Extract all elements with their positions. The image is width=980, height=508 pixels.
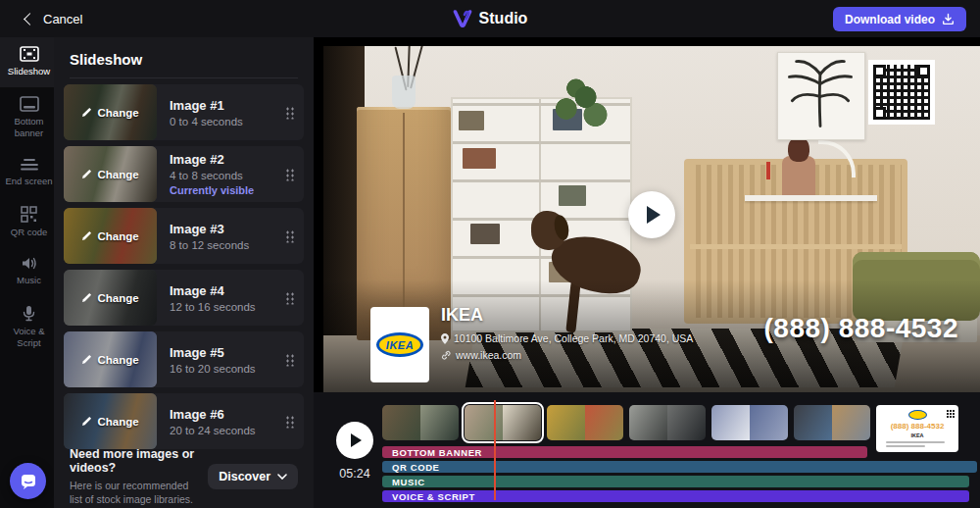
change-button[interactable]: Change — [64, 270, 157, 326]
slide-title: Image #1 — [170, 98, 243, 113]
track-music[interactable]: MUSIC — [382, 476, 969, 487]
link-icon — [441, 350, 451, 360]
list-item-image-4[interactable]: Change Image #4 12 to 16 seconds — [64, 270, 304, 326]
cancel-label: Cancel — [43, 12, 82, 26]
timeline-segment-4[interactable] — [629, 405, 706, 440]
drag-handle[interactable] — [285, 291, 294, 304]
drag-handle[interactable] — [285, 106, 294, 119]
pencil-icon — [81, 354, 92, 365]
slide-time: 20 to 24 seconds — [170, 425, 256, 436]
film-icon — [20, 46, 39, 62]
list-item-image-1[interactable]: Change Image #1 0 to 4 seconds — [64, 84, 304, 140]
banner-address-line: 10100 Baltimore Ave, College Park, MD 20… — [441, 332, 693, 344]
play-button[interactable] — [628, 191, 675, 238]
banner-icon — [20, 96, 39, 112]
panel-footer: Need more images or videos? Here is our … — [70, 447, 298, 506]
slide-thumbnail[interactable]: Change — [64, 146, 157, 202]
palm-leaf-icon — [778, 53, 862, 137]
timeline: 05:24 (888) 888-4532 IKEA BOTTOM BANNER … — [314, 392, 980, 508]
slide-thumbnail[interactable]: Change — [64, 84, 157, 140]
slide-title: Image #5 — [170, 345, 256, 360]
track-bottom-banner[interactable]: BOTTOM BANNER — [382, 446, 867, 458]
studio-logo-icon — [453, 10, 472, 27]
footer-heading: Need more images or videos? — [70, 447, 200, 475]
ikea-logo: IKEA — [376, 332, 423, 357]
change-button[interactable]: Change — [64, 84, 157, 140]
change-button[interactable]: Change — [64, 208, 157, 264]
download-video-label: Download video — [845, 13, 935, 26]
track-voice-script[interactable]: VOICE & SCRIPT — [382, 490, 969, 502]
preview-video[interactable]: IKEA IKEA 10100 Baltimore Ave, College P… — [323, 46, 980, 392]
vase — [392, 76, 416, 109]
sidebar-label: Bottom banner — [2, 116, 56, 139]
sidebar-item-end-screen[interactable]: End screen — [0, 149, 58, 197]
sidebar-item-qr-code[interactable]: QR code — [0, 197, 58, 248]
brand-logo-card: IKEA — [370, 307, 429, 382]
timeline-segment-1[interactable] — [382, 405, 459, 440]
endcard-brand: IKEA — [876, 432, 958, 438]
slide-title: Image #4 — [170, 283, 256, 298]
slide-time: 12 to 16 seconds — [170, 301, 256, 313]
pencil-icon — [81, 107, 92, 118]
panel-title: Slideshow — [70, 51, 314, 68]
list-item-image-3[interactable]: Change Image #3 8 to 12 seconds — [64, 208, 304, 264]
person — [782, 156, 815, 195]
slide-thumbnail[interactable]: Change — [64, 208, 157, 264]
sidebar-item-music[interactable]: Music — [0, 247, 58, 296]
track-qr-code[interactable]: QR CODE — [382, 461, 977, 473]
qr-mini-icon — [946, 409, 955, 418]
speaker-icon — [21, 256, 38, 271]
footer-subtext: Here is our recommended list of stock im… — [70, 479, 200, 506]
slide-time: 4 to 8 seconds — [170, 170, 254, 181]
timeline-segment-5[interactable] — [711, 405, 788, 440]
timeline-end-screen-card[interactable]: (888) 888-4532 IKEA — [876, 405, 958, 452]
palm-art-frame — [777, 52, 865, 140]
banner-brand-name: IKEA — [441, 305, 483, 326]
sidebar-item-voice-script[interactable]: Voice & Script — [0, 296, 58, 359]
change-button[interactable]: Change — [64, 331, 157, 387]
plant — [547, 74, 612, 132]
discover-button[interactable]: Discover — [208, 464, 298, 489]
sidebar-item-slideshow[interactable]: Slideshow — [0, 37, 58, 87]
timeline-segment-3[interactable] — [547, 405, 623, 440]
pencil-icon — [81, 230, 92, 241]
sidebar-label: End screen — [5, 176, 52, 187]
change-button[interactable]: Change — [64, 393, 157, 449]
currently-visible-badge: Currently visible — [170, 184, 254, 196]
timeline-play-button[interactable] — [336, 422, 373, 459]
drag-handle[interactable] — [285, 229, 294, 242]
pencil-icon — [81, 416, 92, 427]
slide-list: Change Image #1 0 to 4 seconds Change — [64, 84, 304, 455]
slide-time: 16 to 20 seconds — [170, 363, 256, 375]
drag-handle[interactable] — [285, 353, 294, 366]
slide-title: Image #6 — [170, 407, 256, 422]
drag-handle[interactable] — [285, 415, 294, 428]
chat-fab-button[interactable] — [10, 463, 46, 499]
timeline-segment-6[interactable] — [794, 405, 870, 440]
slide-thumbnail[interactable]: Change — [64, 393, 157, 449]
change-button[interactable]: Change — [64, 146, 157, 202]
drag-handle[interactable] — [285, 168, 294, 180]
slide-thumbnail[interactable]: Change — [64, 331, 157, 387]
track-label: VOICE & SCRIPT — [392, 491, 475, 502]
app-name: Studio — [479, 10, 528, 27]
timeline-timestamp: 05:24 — [327, 467, 382, 481]
timeline-thumbnail-strip: (888) 888-4532 IKEA — [382, 405, 958, 452]
list-item-image-6[interactable]: Change Image #6 20 to 24 seconds — [64, 393, 304, 449]
list-item-image-2[interactable]: Change Image #2 4 to 8 seconds Currently… — [64, 146, 304, 202]
play-icon — [647, 206, 661, 224]
list-item-image-5[interactable]: Change Image #5 16 to 20 seconds — [64, 331, 304, 387]
cancel-button[interactable]: Cancel — [25, 0, 82, 37]
sidebar-label: Voice & Script — [2, 326, 56, 349]
slide-title: Image #3 — [170, 222, 249, 236]
sidebar-item-bottom-banner[interactable]: Bottom banner — [0, 87, 58, 149]
download-video-button[interactable]: Download video — [833, 7, 966, 31]
play-icon — [351, 433, 362, 447]
chat-icon — [20, 473, 37, 490]
slide-thumbnail[interactable]: Change — [64, 270, 157, 326]
timeline-segment-2-selected[interactable] — [465, 405, 541, 440]
playhead[interactable] — [494, 400, 496, 500]
track-label: QR CODE — [392, 462, 440, 473]
chevron-down-icon — [277, 474, 287, 480]
desk-lamp — [818, 140, 856, 178]
